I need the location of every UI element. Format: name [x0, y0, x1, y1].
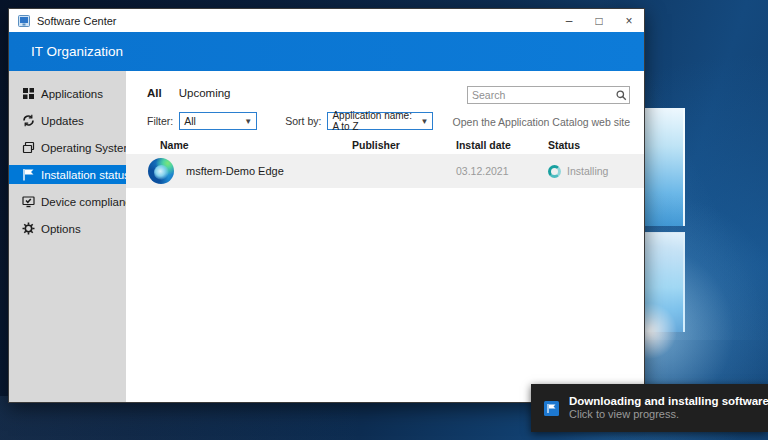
- filter-row: Filter: All ▼ Sort by: Application name:…: [147, 112, 433, 130]
- window-controls: – □ ×: [554, 9, 644, 32]
- chevron-down-icon: ▼: [241, 117, 252, 126]
- column-header-name[interactable]: Name: [160, 139, 352, 151]
- sort-by-label: Sort by:: [285, 115, 321, 127]
- filter-value: All: [184, 115, 196, 127]
- column-header-install-date[interactable]: Install date: [456, 139, 548, 151]
- applications-icon: [22, 87, 35, 100]
- sidebar-item-label: Applications: [41, 88, 103, 100]
- maximize-button[interactable]: □: [584, 9, 614, 32]
- window-title: Software Center: [37, 15, 116, 27]
- filter-dropdown[interactable]: All ▼: [179, 112, 257, 130]
- sidebar-item-label: Options: [41, 223, 81, 235]
- sidebar-item-device-compliance[interactable]: Device compliance: [9, 192, 126, 211]
- sidebar-item-operating-systems[interactable]: Operating Systems: [9, 138, 126, 157]
- column-header-status[interactable]: Status: [548, 139, 630, 151]
- tab-all[interactable]: All: [147, 87, 162, 99]
- sidebar-item-label: Updates: [41, 115, 84, 127]
- software-center-app-icon: [18, 15, 30, 27]
- minimize-button[interactable]: –: [554, 9, 584, 32]
- chevron-down-icon: ▼: [418, 117, 429, 126]
- sort-value: Application name: A to Z: [332, 110, 417, 132]
- table-row[interactable]: msftem-Demo Edge 03.12.2021 Installing: [126, 154, 644, 188]
- sidebar-item-label: Device compliance: [41, 196, 138, 208]
- sort-dropdown[interactable]: Application name: A to Z ▼: [327, 112, 433, 130]
- installation-status-icon: [22, 168, 35, 181]
- tab-upcoming[interactable]: Upcoming: [179, 87, 231, 99]
- toast-text: Downloading and installing software Clic…: [569, 394, 768, 422]
- search-box: [467, 86, 630, 104]
- organization-banner: IT Organization: [9, 32, 644, 71]
- column-header-publisher[interactable]: Publisher: [352, 139, 456, 151]
- updates-icon: [22, 114, 35, 127]
- app-install-date: 03.12.2021: [456, 165, 548, 177]
- sidebar-item-applications[interactable]: Applications: [9, 84, 126, 103]
- device-compliance-icon: [22, 195, 35, 208]
- content-area: All Upcoming Filter: All ▼ Sort by: Ap: [126, 71, 644, 402]
- operating-systems-icon: [22, 141, 35, 154]
- software-center-toast-icon: [544, 401, 559, 416]
- toast-subtitle: Click to view progress.: [569, 408, 768, 422]
- organization-name: IT Organization: [31, 44, 123, 59]
- filter-label: Filter:: [147, 115, 173, 127]
- tab-bar: All Upcoming: [147, 87, 230, 99]
- search-input[interactable]: [468, 89, 613, 101]
- sidebar-item-installation-status[interactable]: Installation status: [9, 165, 126, 184]
- sidebar-item-label: Operating Systems: [41, 142, 139, 154]
- toast-title: Downloading and installing software: [569, 394, 768, 408]
- titlebar[interactable]: Software Center – □ ×: [9, 9, 644, 32]
- status-text: Installing: [567, 165, 608, 177]
- edge-app-icon: [148, 158, 174, 184]
- search-icon[interactable]: [613, 90, 629, 101]
- table-header: Name Publisher Install date Status: [126, 139, 644, 151]
- close-button[interactable]: ×: [614, 9, 644, 32]
- sidebar: Applications Updates Operating Systems I…: [9, 71, 126, 402]
- sidebar-item-options[interactable]: Options: [9, 219, 126, 238]
- sidebar-item-label: Installation status: [41, 169, 130, 181]
- app-name: msftem-Demo Edge: [186, 165, 284, 177]
- software-center-window: Software Center – □ × IT Organization Ap…: [8, 8, 645, 403]
- application-catalog-link[interactable]: Open the Application Catalog web site: [453, 116, 630, 128]
- toast-notification[interactable]: Downloading and installing software Clic…: [531, 384, 768, 432]
- status-badge: Installing: [548, 165, 630, 178]
- options-icon: [22, 222, 35, 235]
- installing-spinner-icon: [548, 165, 561, 178]
- sidebar-item-updates[interactable]: Updates: [9, 111, 126, 130]
